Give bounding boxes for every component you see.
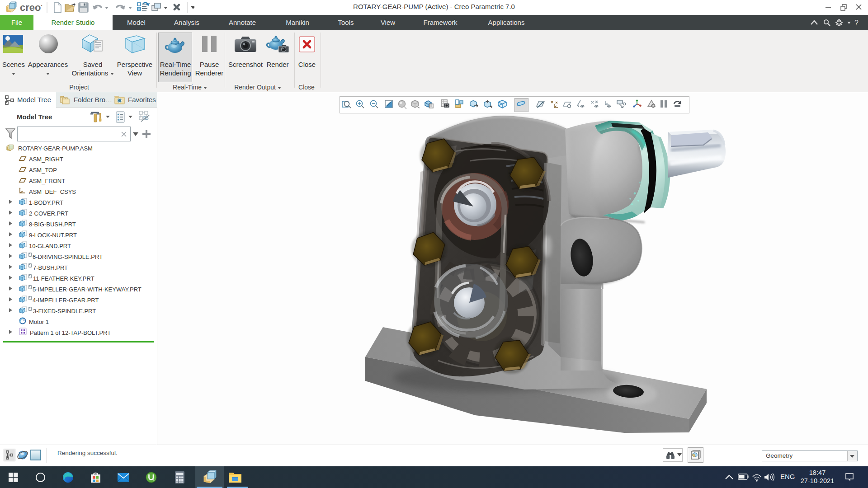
- svg-text:?: ?: [854, 19, 859, 27]
- svg-text:creo·: creo·: [20, 2, 42, 13]
